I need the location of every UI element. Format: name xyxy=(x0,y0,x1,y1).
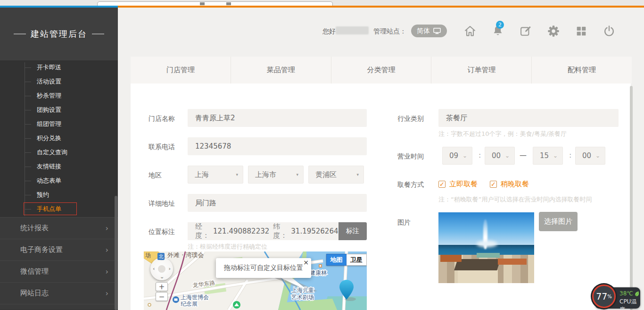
industry-input[interactable] xyxy=(438,109,619,127)
tab-dish-mgmt[interactable]: 菜品管理 xyxy=(231,57,331,84)
tab-order-mgmt[interactable]: 订单管理 xyxy=(431,57,532,84)
browser-icon xyxy=(200,2,205,5)
district-select[interactable]: 黄浦区▾ xyxy=(308,166,364,184)
map-pan-control[interactable]: ⌃ ⌄ ‹ › xyxy=(150,258,173,280)
pan-left-icon[interactable]: ‹ xyxy=(153,266,155,272)
pan-down-icon[interactable]: ⌄ xyxy=(160,274,164,280)
pickup-options: ✓ 立即取餐 ✓ 稍晚取餐 xyxy=(438,180,529,189)
close-hour-select[interactable]: 15⌄ xyxy=(533,147,563,165)
sidebar-item-jifen[interactable]: 积分兑换 xyxy=(0,131,118,145)
sidebar-item-youqing[interactable]: 友情链接 xyxy=(0,159,118,174)
sidebar-section-weixin[interactable]: 微信管理› xyxy=(0,260,118,282)
close-icon[interactable]: × xyxy=(303,259,309,266)
sidebar-item-zidingyi[interactable]: 自定义查询 xyxy=(0,145,118,159)
checkbox-checked-icon[interactable]: ✓ xyxy=(490,181,497,188)
satellite-view-button[interactable]: 卫星 xyxy=(347,254,367,266)
edit-icon[interactable] xyxy=(519,25,532,38)
pickup-immediate-label: 立即取餐 xyxy=(449,180,478,189)
checkbox-checked-icon[interactable]: ✓ xyxy=(438,181,446,188)
phone-label: 联系电话 xyxy=(149,143,175,151)
tabbar: 门店管理 菜品管理 分类管理 订单管理 配料管理 xyxy=(131,57,632,84)
sidebar-item-miaosha[interactable]: 秒杀管理 xyxy=(0,89,118,103)
sidebar-item-zutuan[interactable]: 组团管理 xyxy=(0,117,118,131)
phone-input[interactable] xyxy=(188,137,367,155)
location-label: 位置标注 xyxy=(149,228,175,236)
store-photo xyxy=(438,212,534,283)
sidebar-logo: 建站管理后台 xyxy=(0,8,118,60)
zoom-out-button[interactable]: − xyxy=(156,292,168,301)
sidebar-item-tuangou[interactable]: 团购设置 xyxy=(0,103,118,117)
tab-ingredient-mgmt[interactable]: 配料管理 xyxy=(532,57,632,84)
location-field[interactable]: 经度： 121.490882232 纬度： 31.1952626403 xyxy=(188,222,339,240)
home-icon[interactable] xyxy=(463,25,477,38)
map-label-bund: 外滩 · 湾璞会 xyxy=(167,251,204,259)
sidebar-item-huodong[interactable]: 活动设置 xyxy=(0,75,118,89)
select-arrow-icon: ▾ xyxy=(356,172,359,177)
chevron-down-icon: ⌄ xyxy=(553,152,558,159)
address-label: 详细地址 xyxy=(149,200,175,208)
monitor-icon xyxy=(433,27,441,35)
tab-category-mgmt[interactable]: 分类管理 xyxy=(331,57,432,84)
sidebar-scrollbar[interactable] xyxy=(115,196,117,310)
sidebar-section-dianzishangwu[interactable]: 电子商务设置› xyxy=(0,239,118,260)
map-view-button[interactable]: 地图 xyxy=(326,254,347,266)
sidebar-item-kaika[interactable]: 开卡即送 xyxy=(0,60,118,75)
browser-address-bar[interactable] xyxy=(97,1,333,6)
chevron-right-icon: › xyxy=(106,289,108,298)
sidebar-item-yuyue[interactable]: 预约 xyxy=(0,188,118,202)
longitude-label: 经度： xyxy=(195,222,209,240)
map-label-theater2: 艺术剧场 xyxy=(291,294,314,301)
choose-image-button[interactable]: 选择图片 xyxy=(539,212,578,231)
logo-dash-right xyxy=(92,34,104,34)
app-title: 建站管理后台 xyxy=(31,28,87,40)
latitude-label: 纬度： xyxy=(273,222,287,240)
city-select[interactable]: 上海市▾ xyxy=(248,166,304,184)
accent-bar-orange xyxy=(118,6,644,8)
sidebar-section-tongji[interactable]: 统计报表› xyxy=(0,217,118,239)
username-redacted xyxy=(336,26,369,34)
pickup-immediate-checkbox[interactable]: ✓ 立即取餐 xyxy=(438,180,478,189)
zoom-in-button[interactable]: + xyxy=(156,282,168,291)
cpu-monitor-widget[interactable]: 77% 38℃ CPU温度 xyxy=(595,287,640,309)
address-input[interactable] xyxy=(188,194,367,212)
pan-right-icon[interactable]: › xyxy=(168,266,171,272)
sidebar-submenu: 开卡即送 活动设置 秒杀管理 团购设置 组团管理 积分兑换 自定义查询 友情链接… xyxy=(0,60,118,216)
browser-chrome-sliver xyxy=(0,0,644,6)
museum-icon-glyph xyxy=(174,299,178,301)
store-name-input[interactable] xyxy=(188,109,367,127)
chevron-down-icon: ⌄ xyxy=(505,152,510,159)
store-name-label: 门店名称 xyxy=(149,115,175,123)
sidebar-sections: 统计报表› 电子商务设置› 微信管理› 网站日志› xyxy=(0,217,118,310)
site-label: 管理站点： xyxy=(373,27,406,36)
time-colon: ： xyxy=(567,151,574,160)
photo-roof xyxy=(498,259,527,265)
pickup-later-checkbox[interactable]: ✓ 稍晚取餐 xyxy=(490,180,529,189)
pickup-note: 注：“稍晚取餐”用户可以选择在营业时间内选择取餐时间 xyxy=(438,195,592,204)
cpu-temp-value: 38℃ xyxy=(619,290,633,298)
tab-store-mgmt[interactable]: 门店管理 xyxy=(131,57,231,84)
province-select[interactable]: 上海▾ xyxy=(188,166,243,184)
open-hour-select[interactable]: 09⌄ xyxy=(442,147,472,165)
sidebar-section-wangzhanrizhi[interactable]: 网站日志› xyxy=(0,282,118,304)
pan-center[interactable] xyxy=(158,265,165,273)
sidebar-item-dongtai[interactable]: 动态表单 xyxy=(0,174,118,188)
close-minute-select[interactable]: 00⌄ xyxy=(575,147,605,165)
north-badge: 北 xyxy=(157,253,165,260)
power-icon[interactable] xyxy=(603,25,616,38)
photo-fountain-mist xyxy=(477,241,497,247)
open-minute-select[interactable]: 00⌄ xyxy=(485,147,515,165)
longitude-value: 121.490882232 xyxy=(213,227,269,235)
content-scrollbar[interactable] xyxy=(630,86,633,310)
industry-note: 注：字数不超过10个字，例：美食/粤菜/茶餐厅 xyxy=(438,130,567,138)
time-dash: — xyxy=(520,151,527,159)
sidebar-section-partial xyxy=(0,304,118,310)
mark-location-button[interactable]: 标注 xyxy=(339,222,367,240)
photo-roof xyxy=(477,253,500,258)
apps-grid-icon[interactable] xyxy=(575,25,588,38)
chevron-down-icon: ⌄ xyxy=(462,152,467,159)
map-widget[interactable]: 场 外滩 · 湾璞会 龙华东路 上海世博会 纪念展 健康林 上海儿童 艺术剧场 … xyxy=(144,251,367,310)
chevron-right-icon: › xyxy=(106,245,108,254)
language-switch-button[interactable]: 简体 xyxy=(411,25,447,37)
language-label: 简体 xyxy=(417,27,430,35)
gear-icon[interactable] xyxy=(547,25,560,38)
